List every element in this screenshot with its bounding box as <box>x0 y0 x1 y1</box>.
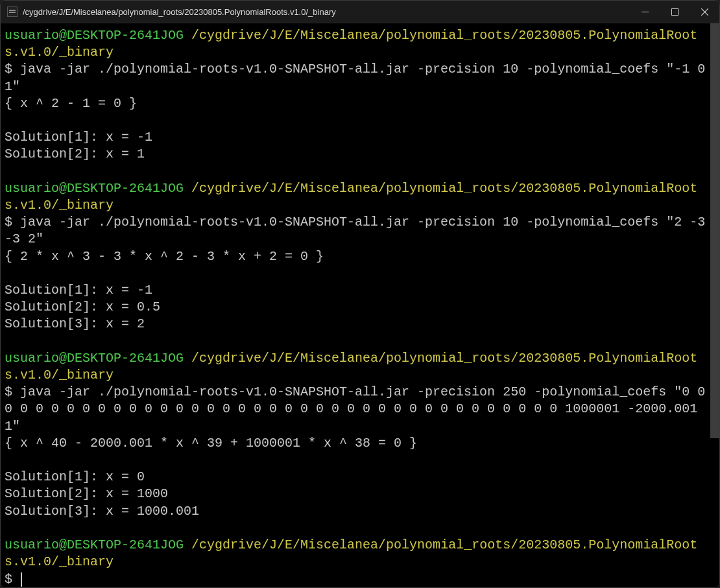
titlebar[interactable]: /cygdrive/J/E/Miscelanea/polynomial_root… <box>1 1 719 23</box>
cursor <box>21 572 22 587</box>
terminal-window: /cygdrive/J/E/Miscelanea/polynomial_root… <box>0 0 720 588</box>
window-title: /cygdrive/J/E/Miscelanea/polynomial_root… <box>23 7 630 17</box>
minimize-button[interactable] <box>630 1 660 23</box>
app-icon <box>7 6 18 17</box>
terminal-body: usuario@DESKTOP-2641JOG /cygdrive/J/E/Mi… <box>1 23 719 588</box>
scrollbar-thumb[interactable] <box>710 23 719 438</box>
close-button[interactable] <box>690 1 719 23</box>
svg-rect-0 <box>671 8 678 15</box>
maximize-button[interactable] <box>660 1 690 23</box>
scrollbar[interactable] <box>710 23 719 588</box>
terminal-output[interactable]: usuario@DESKTOP-2641JOG /cygdrive/J/E/Mi… <box>1 23 710 588</box>
